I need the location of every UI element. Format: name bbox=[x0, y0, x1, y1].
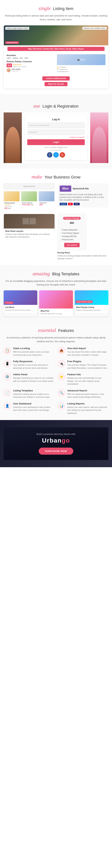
one-click-import-title: One-click Import bbox=[67, 347, 108, 350]
business-section: make Your Business Grow Sponsored Ad Hon… bbox=[0, 168, 112, 265]
google-login-btn[interactable]: G bbox=[60, 152, 65, 158]
fully-responsive-text: Your website is sure to look stunning on… bbox=[13, 364, 54, 369]
pricing-button[interactable]: Get started bbox=[64, 243, 80, 247]
shop-item-3: Shop Item $18 bbox=[38, 191, 55, 210]
custom-info-label[interactable]: Custom Additional Info bbox=[43, 76, 69, 81]
person-right-image bbox=[90, 113, 108, 163]
feature-one-click-import: 📥 One-click Import You can import the en… bbox=[58, 347, 108, 356]
pricing-text: Create your pricing packages and explain… bbox=[57, 254, 109, 260]
claim-listing-title: Claim a Listing bbox=[13, 347, 54, 350]
login-script-text: use bbox=[33, 103, 40, 108]
features-script-text: essential bbox=[38, 328, 56, 333]
listing-title-main: Listing Item bbox=[53, 6, 74, 11]
advanced-search-title: Advanced Search bbox=[67, 389, 108, 392]
feature-listing-templates: 📄 Listing Templates UrbanGo's striking l… bbox=[4, 389, 54, 399]
place-ad-label[interactable]: Place For Your Ad bbox=[45, 82, 67, 86]
admin-panel-icon: ⚙️ bbox=[4, 373, 11, 380]
user-dashboard-text: UrbanGo's user dashboard is fully intuit… bbox=[13, 406, 54, 412]
amenities-label: Amenities bbox=[6, 54, 55, 56]
blog-card-1: Live Music Live Music Discover the best … bbox=[4, 290, 37, 316]
free-plugins-icon: 🔌 bbox=[58, 360, 65, 367]
gallery-label: Gallery, single image or video bbox=[5, 27, 29, 30]
email-field[interactable]: Username or email address* bbox=[27, 123, 85, 128]
feature-free-plugins: 🔌 Free Plugins Two premium plugins: The … bbox=[58, 360, 108, 369]
listing-templates-text: UrbanGo's striking layouts enable you to… bbox=[13, 393, 54, 399]
most-popular-badge: Most Popular Listing bbox=[76, 301, 93, 303]
one-click-import-text: You can import the entire content with s… bbox=[67, 350, 108, 356]
social-label: Or Connect with: bbox=[27, 149, 85, 151]
features-description: An enormous collection of stunning eleme… bbox=[4, 336, 108, 343]
feature-admin-panel: ⚙️ Admin Panel Manage everything you wan… bbox=[4, 373, 54, 385]
advanced-search-icon: 🔍 bbox=[58, 389, 65, 397]
listing-reports-text: Authors can view reports, add and custom… bbox=[67, 406, 108, 415]
listing-reports-title: Listing Reports bbox=[67, 402, 108, 405]
shop-item-2: French Cheese From $22 $35 bbox=[21, 191, 37, 210]
feature-user-dashboard: 👤 User Dashboard UrbanGo's user dashboar… bbox=[4, 402, 54, 415]
feature-ads-icon: ⭐ bbox=[58, 373, 65, 380]
pricing-price: $80 bbox=[60, 221, 84, 227]
login-form-title: Log In bbox=[27, 118, 85, 121]
blog-card-1-title: Live Music bbox=[5, 306, 36, 308]
payment-icons: PayPal MC VISA bbox=[60, 203, 106, 205]
woo-title: Sponsored Ads bbox=[73, 187, 89, 190]
listing-templates-icon: 📄 bbox=[4, 389, 11, 397]
user-dashboard-icon: 👤 bbox=[4, 402, 11, 409]
reviews-label: Reviews, Ratings, Comments bbox=[6, 61, 55, 63]
blog-preview-grid: Live Music Live Music Discover the best … bbox=[4, 290, 108, 316]
map-label: Map, Directions, Contact Info, Open Hour… bbox=[7, 47, 105, 51]
admin-panel-text: Manage everything you want on your websi… bbox=[13, 376, 54, 382]
advanced-search-text: With our advanced search features, it le… bbox=[67, 393, 108, 399]
login-submit-button[interactable]: Login bbox=[27, 139, 85, 145]
cta-section: Build a premium directory theme with Urb… bbox=[0, 420, 112, 467]
blog-card-3-text: Explore trending places and items bbox=[76, 309, 107, 311]
person-left-image bbox=[4, 113, 22, 163]
sponsored-ad-label: Sponsored Ad bbox=[4, 183, 55, 189]
free-plugins-title: Free Plugins bbox=[67, 360, 108, 363]
pricing-features: Feature listing item Free Priority Suppo… bbox=[60, 228, 84, 241]
register-link[interactable]: Don't a member? Register here bbox=[27, 147, 85, 148]
woo-text: UrbanGo allows you to create and display… bbox=[60, 193, 106, 201]
review-label: Review, Price, Wishlist, Share bbox=[82, 27, 107, 30]
forgot-password-link[interactable]: Forgotten Password? bbox=[27, 136, 85, 138]
features-title-main: Features bbox=[58, 328, 74, 333]
pricing-badge: Premium Package bbox=[63, 217, 81, 220]
login-section-title: use Login & Registration bbox=[7, 103, 105, 109]
fully-responsive-icon: 📱 bbox=[4, 360, 11, 367]
listing-reports-icon: 📊 bbox=[58, 402, 65, 409]
features-grid: 📋 Claim a Listing With this powerful opt… bbox=[4, 347, 108, 414]
listing-section-title: single Listing Item bbox=[4, 5, 108, 11]
blog-card-3: Most Popular Listing Most Popular Listin… bbox=[75, 290, 108, 316]
pricing-title: Pricing Plans bbox=[57, 252, 109, 254]
features-section: essential Features An enormous collectio… bbox=[0, 322, 112, 420]
featured-label: Featured Item bbox=[5, 41, 19, 44]
features-section-title: essential Features bbox=[4, 328, 108, 333]
purchase-now-button[interactable]: PURCHASE NOW bbox=[39, 447, 73, 455]
password-field[interactable]: Password* bbox=[27, 129, 85, 135]
one-click-import-icon: 📥 bbox=[58, 347, 65, 354]
claim-listing-icon: 📋 bbox=[4, 347, 11, 354]
feature-feature-ads: ⭐ Feature Ads Display your ads automatic… bbox=[58, 373, 108, 385]
free-plugins-text: Two premium plugins: The Visual Composer… bbox=[67, 364, 108, 369]
blog-script-text: amazing bbox=[32, 271, 50, 276]
listing-description: Showcase listing items in almost style a… bbox=[4, 14, 108, 22]
blog-title-main: Blog Templates bbox=[52, 272, 80, 276]
login-title-main: Login & Registration bbox=[43, 104, 79, 108]
facebook-login-btn[interactable]: f bbox=[47, 152, 52, 158]
blog-card-1-text: Discover the best live music events bbox=[5, 309, 36, 311]
business-title-main: Your Business Grow bbox=[45, 175, 81, 179]
fully-responsive-title: Fully Responsive bbox=[13, 360, 54, 363]
cta-text: Build a premium directory theme with bbox=[36, 433, 76, 435]
listing-section: single Listing Item Showcase listing ite… bbox=[0, 0, 112, 94]
feature-listing-reports: 📊 Listing Reports Authors can view repor… bbox=[58, 402, 108, 415]
twitter-login-btn[interactable]: t bbox=[53, 152, 59, 158]
live-badge: Live Music bbox=[4, 302, 13, 304]
cta-brand: Urbango bbox=[42, 437, 70, 444]
feature-advanced-search: 🔍 Advanced Search With our advanced sear… bbox=[58, 389, 108, 399]
woo-logo: Woo bbox=[60, 186, 71, 192]
admin-panel-title: Admin Panel bbox=[13, 373, 54, 376]
feature-ads-text: Display your ads automatically on your l… bbox=[67, 376, 108, 385]
neat-shop-text: Create an eye-catching shop and display … bbox=[5, 233, 53, 238]
shop-item-1: Honey Farms ★★★★☆ 23 Reviews $15 $22 bbox=[4, 191, 20, 210]
listing-templates-title: Listing Templates bbox=[13, 389, 54, 392]
blog-card-2: Blog Post Read the latest from our blog bbox=[39, 290, 73, 316]
